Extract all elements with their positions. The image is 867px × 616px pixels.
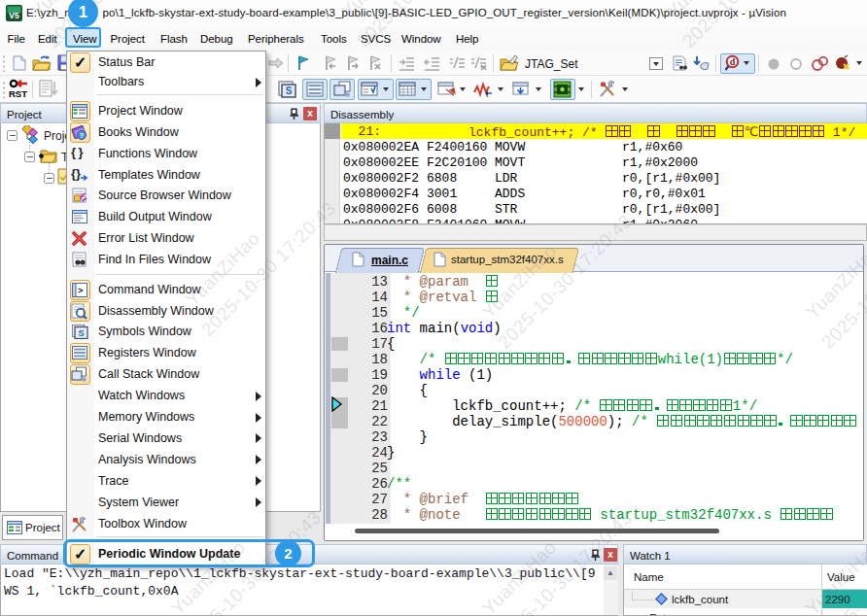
- svg-text:?: ?: [80, 132, 84, 139]
- svg-text:RST: RST: [9, 88, 27, 99]
- svg-text:t: t: [486, 91, 488, 98]
- svg-text:d: d: [730, 56, 736, 67]
- svg-text:V5: V5: [9, 11, 19, 20]
- svg-text:S: S: [78, 328, 84, 338]
- svg-text:S: S: [286, 86, 293, 96]
- svg-text:>: >: [78, 287, 83, 296]
